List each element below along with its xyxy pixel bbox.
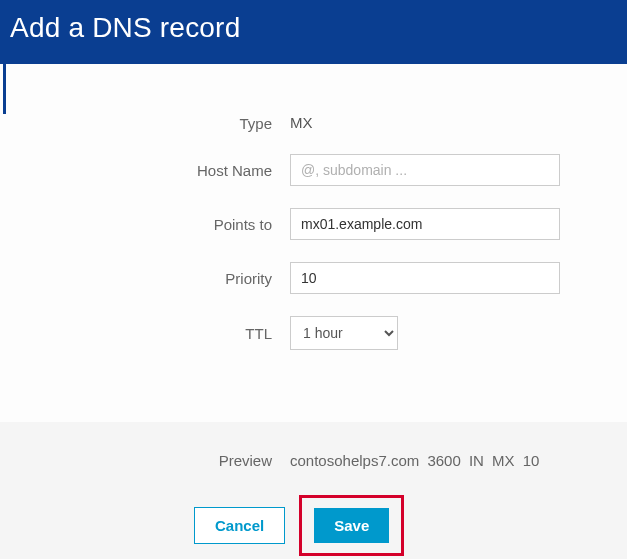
ttl-label: TTL [20,325,290,342]
type-value: MX [290,114,313,131]
row-type: Type MX [20,114,607,132]
row-priority: Priority [20,262,607,294]
pointsto-label: Points to [20,216,290,233]
row-pointsto: Points to [20,208,607,240]
modal-title: Add a DNS record [10,12,617,44]
accent-strip [3,64,627,114]
hostname-label: Host Name [20,162,290,179]
modal-footer: Preview contosohelps7.com 3600 IN MX 10 … [0,422,627,559]
priority-input[interactable] [290,262,560,294]
pointsto-input[interactable] [290,208,560,240]
modal-header: Add a DNS record [0,0,627,64]
priority-label: Priority [20,270,290,287]
hostname-input[interactable] [290,154,560,186]
highlight-annotation: Save [299,495,404,556]
type-label: Type [20,115,290,132]
row-preview: Preview contosohelps7.com 3600 IN MX 10 [20,452,607,469]
cancel-button[interactable]: Cancel [194,507,285,544]
form-body: Type MX Host Name Points to Priority TTL… [0,114,627,392]
save-button[interactable]: Save [314,508,389,543]
preview-label: Preview [20,452,290,469]
preview-text: contosohelps7.com 3600 IN MX 10 [290,452,539,469]
row-ttl: TTL 1 hour [20,316,607,350]
ttl-select[interactable]: 1 hour [290,316,398,350]
button-row: Cancel Save [20,495,607,556]
row-hostname: Host Name [20,154,607,186]
